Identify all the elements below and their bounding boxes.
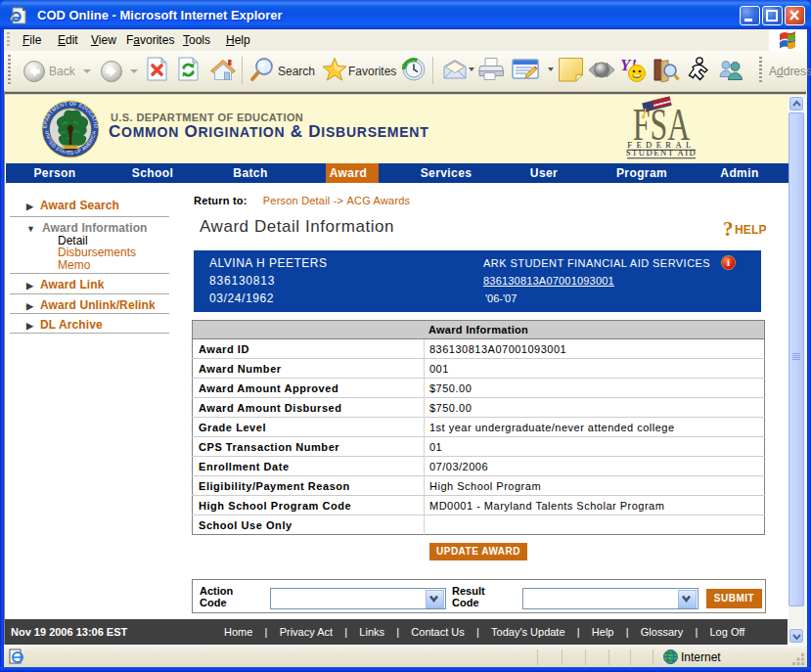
- svg-text:STUDENT AID: STUDENT AID: [626, 148, 697, 157]
